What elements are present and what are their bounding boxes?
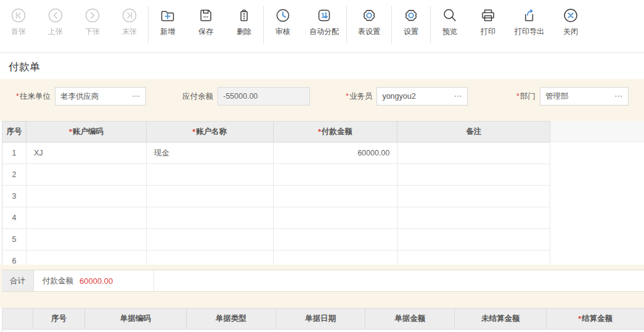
account-name-cell[interactable] [147, 207, 274, 229]
next-record-button[interactable]: 下张 [74, 0, 111, 36]
new-folder-plus-icon [159, 7, 176, 24]
total-amount-value: 60000.00 [79, 276, 113, 286]
audit-button[interactable]: 审核 [264, 0, 302, 36]
account-name-cell[interactable]: 现金 [147, 143, 274, 164]
row-seq: 5 [2, 229, 26, 251]
save-button[interactable]: 保存 [187, 0, 225, 36]
toolbar-button-label: 保存 [198, 27, 213, 36]
payment-amount-cell[interactable] [274, 207, 398, 229]
page-title: 付款单 [0, 53, 644, 79]
account-code-cell[interactable]: XJ [26, 143, 147, 164]
required-marker: * [578, 315, 581, 323]
last-record-button[interactable]: 末张 [111, 0, 148, 36]
table-row: 2 [2, 164, 550, 186]
memo-cell[interactable] [397, 251, 550, 265]
col-header-payment-amount: *付款金额 [274, 122, 398, 143]
toolbar-button-label: 下张 [85, 27, 100, 36]
account-code-cell[interactable] [26, 186, 147, 207]
svg-text:1: 1 [321, 12, 325, 19]
toolbar-button-label: 打印 [481, 27, 495, 36]
account-code-cell[interactable] [26, 229, 147, 251]
col-header-blank [2, 309, 33, 330]
export-arrow-box-icon [521, 7, 538, 24]
settings-button[interactable]: 设置 [392, 0, 430, 36]
salesperson-lookup-button[interactable]: ⋯ [454, 93, 462, 99]
col-header-doc-amount: 单据金额 [365, 309, 455, 330]
col-header-doc-code: 单据编码 [85, 309, 187, 330]
first-record-button[interactable]: 首张 [0, 0, 37, 36]
vendor-lookup-button[interactable]: ⋯ [132, 93, 141, 99]
account-name-cell[interactable] [147, 251, 274, 265]
vendor-value: 老李供应商 [60, 91, 99, 102]
toolbar-button-label: 新增 [160, 27, 175, 36]
required-marker: * [69, 128, 72, 136]
field-salesperson: *业务员 yongyou2 ⋯ [346, 87, 468, 106]
auto-allocate-button[interactable]: 1 自动分配 [302, 0, 346, 36]
close-button[interactable]: 关闭 [552, 0, 590, 36]
chevron-right-icon [84, 7, 101, 24]
table-row: 3 [2, 186, 550, 207]
memo-cell[interactable] [397, 207, 550, 229]
field-vendor: *往来单位 老李供应商 ⋯ [16, 87, 146, 106]
total-payment-amount: 付款金额 60000.00 [34, 270, 154, 291]
delete-button[interactable]: 删除 [225, 0, 263, 36]
department-input[interactable]: 管理部 ⋯ [540, 87, 629, 106]
table-row: 6 [2, 251, 550, 265]
required-marker: * [192, 128, 195, 136]
toolbar-button-label: 表设置 [358, 27, 380, 36]
col-header-seq: 序号 [33, 309, 85, 330]
total-row: 合计 付款金额 60000.00 [2, 270, 644, 292]
header-form: *往来单位 老李供应商 ⋯ 应付余额 -55000.00 *业务员 yongyo… [0, 79, 644, 121]
detail-table: 序号 *账户编码 *账户名称 *付款金额 备注 1 XJ 现金 60000.00… [2, 121, 550, 265]
account-code-cell[interactable] [26, 164, 147, 186]
total-band: 合计 付款金额 60000.00 [0, 265, 644, 308]
payable-balance-label: 应付余额 [182, 91, 213, 102]
memo-cell[interactable] [397, 143, 550, 164]
account-name-cell[interactable] [147, 186, 274, 207]
table-row: 4 [2, 207, 550, 229]
detail-table-header: 序号 *账户编码 *账户名称 *付款金额 备注 [2, 122, 550, 143]
add-button[interactable]: 新增 [149, 0, 187, 36]
memo-cell[interactable] [397, 186, 550, 207]
total-tag: 合计 [2, 270, 34, 291]
preview-button[interactable]: 预览 [431, 0, 469, 36]
account-name-cell[interactable] [147, 229, 274, 251]
account-code-cell[interactable] [26, 207, 147, 229]
toolbar-button-label: 关闭 [563, 27, 578, 36]
account-name-cell[interactable] [147, 164, 274, 186]
settlement-table-header: 序号 单据编码 单据类型 单据日期 单据金额 未结算金额 *结算金额 [2, 309, 644, 330]
memo-cell[interactable] [397, 229, 550, 251]
gear-icon [402, 7, 420, 24]
memo-cell[interactable] [397, 164, 550, 186]
salesperson-input[interactable]: yongyou2 ⋯ [377, 87, 468, 106]
payment-amount-cell[interactable] [274, 164, 398, 186]
table-settings-button[interactable]: 表设置 [347, 0, 391, 36]
toolbar: 首张 上张 下张 末张 新增 [0, 0, 644, 53]
settlement-table: 序号 单据编码 单据类型 单据日期 单据金额 未结算金额 *结算金额 [2, 308, 644, 332]
payment-amount-cell[interactable] [274, 251, 398, 265]
account-code-cell[interactable] [26, 251, 147, 265]
col-header-account-code: *账户编码 [26, 122, 147, 143]
payable-balance-input: -55000.00 [218, 87, 310, 106]
payment-amount-cell[interactable] [274, 186, 398, 207]
magnifier-icon [441, 7, 459, 24]
payment-amount-cell[interactable]: 60000.00 [274, 143, 398, 164]
toolbar-button-label: 审核 [275, 27, 290, 36]
payment-amount-cell[interactable] [274, 229, 398, 251]
col-header-settle-amount: *结算金额 [547, 309, 644, 330]
row-seq: 1 [2, 143, 26, 164]
gear-icon [361, 7, 378, 24]
row-seq: 6 [2, 251, 26, 265]
toolbar-button-label: 删除 [237, 27, 251, 36]
required-marker: * [16, 92, 19, 101]
col-header-seq: 序号 [2, 122, 26, 143]
prev-record-button[interactable]: 上张 [37, 0, 74, 36]
department-lookup-button[interactable]: ⋯ [614, 93, 623, 99]
print-export-button[interactable]: 打印导出 [507, 0, 552, 36]
field-department: *部门 管理部 ⋯ [516, 87, 629, 106]
vendor-input[interactable]: 老李供应商 ⋯ [55, 87, 146, 106]
toolbar-button-label: 打印导出 [515, 27, 544, 36]
print-button[interactable]: 打印 [469, 0, 507, 36]
detail-table-header-extension [550, 121, 644, 142]
auto-allocate-icon: 1 [316, 7, 333, 24]
